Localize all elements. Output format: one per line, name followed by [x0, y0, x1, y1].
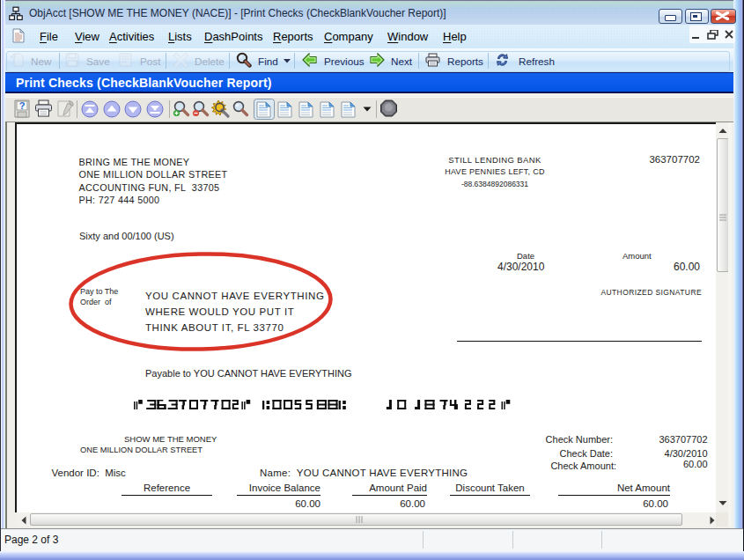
svg-text:?: ? — [19, 100, 26, 111]
